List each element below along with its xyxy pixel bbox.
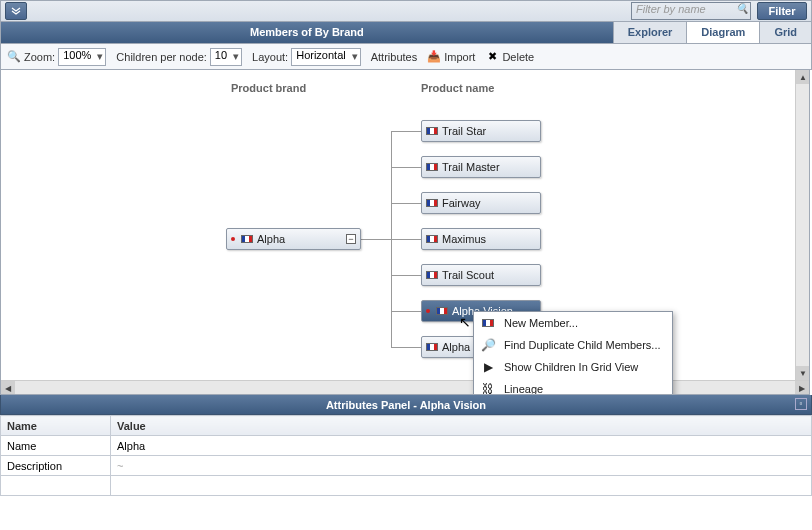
marker-icon xyxy=(231,237,235,241)
children-select[interactable]: 10 xyxy=(210,48,242,66)
diagram-canvas[interactable]: Product brand Product name Alpha − Trail… xyxy=(0,70,810,395)
cursor-icon: ↖ xyxy=(459,314,471,330)
zoom-select[interactable]: 100% xyxy=(58,48,106,66)
tab-grid[interactable]: Grid xyxy=(759,22,811,43)
collapse-icon[interactable]: − xyxy=(346,234,356,244)
vertical-scrollbar[interactable]: ▲ ▼ xyxy=(795,70,809,380)
filter-input[interactable]: Filter by name xyxy=(631,2,751,20)
node-label: Fairway xyxy=(442,197,481,209)
flag-icon xyxy=(426,343,438,351)
filter-button[interactable]: Filter xyxy=(757,2,807,20)
attr-value-cell[interactable]: ~ xyxy=(111,456,812,476)
context-menu: New Member... 🔎Find Duplicate Child Memb… xyxy=(473,311,673,395)
node-maximus[interactable]: Maximus xyxy=(421,228,541,250)
node-label: Alpha xyxy=(257,233,285,245)
node-fairway[interactable]: Fairway xyxy=(421,192,541,214)
col-name-header: Name xyxy=(1,416,111,436)
scroll-right-icon[interactable]: ▶ xyxy=(795,381,809,395)
flag-icon xyxy=(426,127,438,135)
col-value-header: Value xyxy=(111,416,812,436)
attr-name-cell: Description xyxy=(1,456,111,476)
layout-label: Layout: xyxy=(252,51,288,63)
node-label: Trail Scout xyxy=(442,269,494,281)
flag-icon xyxy=(436,307,448,315)
delete-button[interactable]: ✖ Delete xyxy=(485,50,534,64)
children-label: Children per node: xyxy=(116,51,207,63)
flag-icon xyxy=(426,235,438,243)
menu-label: Show Children In Grid View xyxy=(504,361,638,373)
layout-select[interactable]: Horizontal xyxy=(291,48,361,66)
expand-down-button[interactable] xyxy=(5,2,27,20)
flag-icon xyxy=(426,271,438,279)
page-title: Members of By Brand xyxy=(1,22,613,43)
marker-icon xyxy=(426,309,430,313)
node-trail-star[interactable]: Trail Star xyxy=(421,120,541,142)
tab-explorer[interactable]: Explorer xyxy=(613,22,687,43)
flag-icon xyxy=(480,315,496,331)
node-label: Maximus xyxy=(442,233,486,245)
zoom-icon: 🔍 xyxy=(7,50,21,64)
attributes-button[interactable]: Attributes xyxy=(371,51,417,63)
menu-show-grid[interactable]: ▶Show Children In Grid View xyxy=(474,356,672,378)
horizontal-scrollbar[interactable]: ◀ ▶ xyxy=(1,380,809,394)
tab-diagram[interactable]: Diagram xyxy=(686,22,759,43)
menu-label: Find Duplicate Child Members... xyxy=(504,339,661,351)
flag-icon xyxy=(426,163,438,171)
menu-find-duplicate[interactable]: 🔎Find Duplicate Child Members... xyxy=(474,334,672,356)
attr-value-cell[interactable]: Alpha xyxy=(111,436,812,456)
minimize-icon[interactable]: ▫ xyxy=(795,398,807,410)
flag-icon xyxy=(241,235,253,243)
zoom-label: Zoom: xyxy=(24,51,55,63)
column-brand-header: Product brand xyxy=(231,82,306,94)
menu-lineage[interactable]: ⛓Lineage xyxy=(474,378,672,395)
flag-icon: 🔎 xyxy=(480,337,496,353)
play-icon: ▶ xyxy=(480,359,496,375)
attributes-table: Name Value Name Alpha Description ~ xyxy=(0,415,812,496)
node-label: Trail Master xyxy=(442,161,500,173)
lineage-icon: ⛓ xyxy=(480,381,496,395)
table-row[interactable]: Name Alpha xyxy=(1,436,812,456)
node-trail-master[interactable]: Trail Master xyxy=(421,156,541,178)
table-row xyxy=(1,476,812,496)
flag-icon xyxy=(426,199,438,207)
scroll-left-icon[interactable]: ◀ xyxy=(1,381,15,395)
column-name-header: Product name xyxy=(421,82,494,94)
node-label: Trail Star xyxy=(442,125,486,137)
import-icon: 📥 xyxy=(427,50,441,64)
menu-label: New Member... xyxy=(504,317,578,329)
node-alpha[interactable]: Alpha − xyxy=(226,228,361,250)
scroll-down-icon[interactable]: ▼ xyxy=(796,366,810,380)
attributes-panel-header: Attributes Panel - Alpha Vision ▫ xyxy=(0,395,812,415)
scroll-up-icon[interactable]: ▲ xyxy=(796,70,810,84)
delete-icon: ✖ xyxy=(485,50,499,64)
menu-new-member[interactable]: New Member... xyxy=(474,312,672,334)
import-button[interactable]: 📥 Import xyxy=(427,50,475,64)
attr-name-cell: Name xyxy=(1,436,111,456)
table-row[interactable]: Description ~ xyxy=(1,456,812,476)
node-trail-scout[interactable]: Trail Scout xyxy=(421,264,541,286)
menu-label: Lineage xyxy=(504,383,543,395)
